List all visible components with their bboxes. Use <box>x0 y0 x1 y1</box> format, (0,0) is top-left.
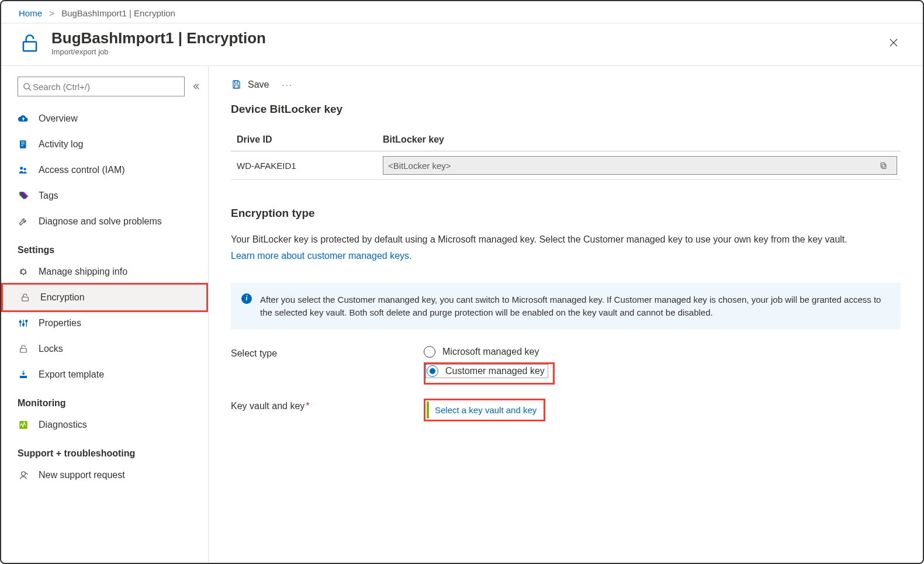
info-box: i After you select the Customer mananged… <box>231 283 901 330</box>
diagnostics-icon <box>18 419 29 431</box>
radio-label: Microsoft managed key <box>442 347 539 357</box>
svg-rect-19 <box>882 164 886 169</box>
svg-point-1 <box>24 83 29 88</box>
col-drive-id: Drive ID <box>231 129 377 151</box>
encryption-type-heading: Encryption type <box>231 207 901 220</box>
drive-id-cell: WD-AFAKEID1 <box>231 151 377 180</box>
table-row: WD-AFAKEID1 <box>231 151 901 180</box>
sidebar-item-manage-shipping[interactable]: Manage shipping info <box>1 259 208 285</box>
page-header: BugBashImport1 | Encryption Import/expor… <box>1 23 923 65</box>
sidebar-item-activity-log[interactable]: Activity log <box>1 132 208 157</box>
key-vault-label: Key vault and key* <box>231 399 424 411</box>
breadcrumb-current: BugBashImport1 | Encryption <box>61 8 175 18</box>
info-text: After you select the Customer mananged k… <box>260 293 890 319</box>
log-icon <box>18 139 29 150</box>
sidebar-item-label: Access control (IAM) <box>39 165 125 175</box>
sidebar-item-label: Overview <box>39 113 78 124</box>
sidebar-item-label: Diagnostics <box>39 420 87 430</box>
svg-rect-2 <box>20 140 26 148</box>
breadcrumb-sep: > <box>49 8 54 18</box>
sidebar-item-label: Encryption <box>40 292 85 303</box>
main-content: Save ··· Device BitLocker key Drive ID B… <box>209 66 923 562</box>
sidebar-item-label: New support request <box>39 470 125 480</box>
wrench-icon <box>18 216 29 227</box>
svg-rect-14 <box>20 376 27 378</box>
tags-icon <box>18 190 29 202</box>
sidebar-item-label: Diagnose and solve problems <box>39 216 162 227</box>
export-icon <box>18 369 29 380</box>
radio-label: Customer managed key <box>445 366 545 376</box>
svg-point-9 <box>19 321 21 323</box>
sidebar: Overview Activity log Access control (IA… <box>1 66 209 562</box>
radio-microsoft-managed[interactable]: Microsoft managed key <box>424 346 555 358</box>
search-input-container[interactable] <box>18 77 185 96</box>
sidebar-item-diagnose[interactable]: Diagnose and solve problems <box>1 209 208 234</box>
sidebar-item-properties[interactable]: Properties <box>1 310 208 336</box>
select-key-vault-link[interactable]: Select a key vault and key <box>427 402 542 418</box>
page-title: BugBashImport1 | Encryption <box>51 29 266 47</box>
sidebar-item-label: Activity log <box>39 139 83 150</box>
radio-customer-managed[interactable]: Customer managed key <box>427 365 547 377</box>
breadcrumb: Home > BugBashImport1 | Encryption <box>1 1 923 23</box>
sidebar-item-diagnostics[interactable]: Diagnostics <box>1 412 208 438</box>
collapse-sidebar-button[interactable] <box>192 82 200 91</box>
bitlocker-heading: Device BitLocker key <box>231 103 901 116</box>
save-icon <box>231 79 242 90</box>
sliders-icon <box>18 317 29 329</box>
sidebar-item-label: Manage shipping info <box>39 267 127 277</box>
lock-icon <box>19 292 31 303</box>
encryption-description: Your BitLocker key is protected by defau… <box>231 233 901 247</box>
svg-rect-3 <box>21 142 25 143</box>
svg-rect-8 <box>22 297 29 301</box>
lock-icon <box>18 343 29 355</box>
svg-rect-0 <box>23 41 36 51</box>
svg-rect-17 <box>234 81 238 83</box>
page-subtitle: Import/export job <box>51 47 266 56</box>
radio-icon <box>424 346 435 358</box>
sidebar-item-label: Locks <box>39 344 63 354</box>
sidebar-item-label: Export template <box>39 369 104 380</box>
learn-more-link[interactable]: Learn more about customer managed keys. <box>231 251 412 261</box>
bitlocker-key-field[interactable] <box>383 156 897 175</box>
sidebar-item-locks[interactable]: Locks <box>1 336 208 362</box>
svg-rect-20 <box>881 162 885 167</box>
sidebar-heading-settings: Settings <box>1 234 208 259</box>
more-actions-button[interactable]: ··· <box>282 79 293 89</box>
sidebar-item-new-support[interactable]: New support request <box>1 462 208 488</box>
col-bitlocker-key: BitLocker key <box>377 129 901 151</box>
save-label: Save <box>248 79 269 90</box>
svg-point-11 <box>26 320 27 322</box>
sidebar-heading-support: Support + troubleshooting <box>1 438 208 462</box>
info-icon: i <box>241 293 252 319</box>
search-icon <box>23 82 32 91</box>
bitlocker-table: Drive ID BitLocker key WD-AFAKEID1 <box>231 129 901 180</box>
svg-point-6 <box>20 167 23 169</box>
svg-point-16 <box>22 472 26 476</box>
sidebar-item-label: Tags <box>39 191 58 201</box>
search-input[interactable] <box>32 81 179 92</box>
cloud-icon <box>18 113 29 124</box>
bitlocker-key-input[interactable] <box>383 161 879 171</box>
sidebar-item-overview[interactable]: Overview <box>1 106 208 132</box>
svg-rect-4 <box>21 144 25 144</box>
svg-rect-18 <box>234 85 238 88</box>
sidebar-item-access-control[interactable]: Access control (IAM) <box>1 157 208 183</box>
select-type-label: Select type <box>231 346 424 359</box>
close-button[interactable] <box>882 33 905 52</box>
sidebar-heading-monitoring: Monitoring <box>1 387 208 412</box>
support-icon <box>18 469 29 481</box>
svg-point-7 <box>23 168 26 170</box>
breadcrumb-home[interactable]: Home <box>19 8 42 18</box>
svg-rect-5 <box>21 146 23 146</box>
svg-rect-12 <box>20 348 27 352</box>
radio-icon <box>427 365 438 377</box>
save-button[interactable]: Save <box>231 79 269 90</box>
copy-icon[interactable] <box>879 161 897 170</box>
svg-point-10 <box>23 324 25 326</box>
lock-icon <box>19 32 41 54</box>
sidebar-item-encryption[interactable]: Encryption <box>3 285 206 310</box>
sidebar-item-tags[interactable]: Tags <box>1 183 208 209</box>
sidebar-item-export-template[interactable]: Export template <box>1 362 208 387</box>
gear-icon <box>18 266 29 278</box>
sidebar-item-label: Properties <box>39 318 81 328</box>
